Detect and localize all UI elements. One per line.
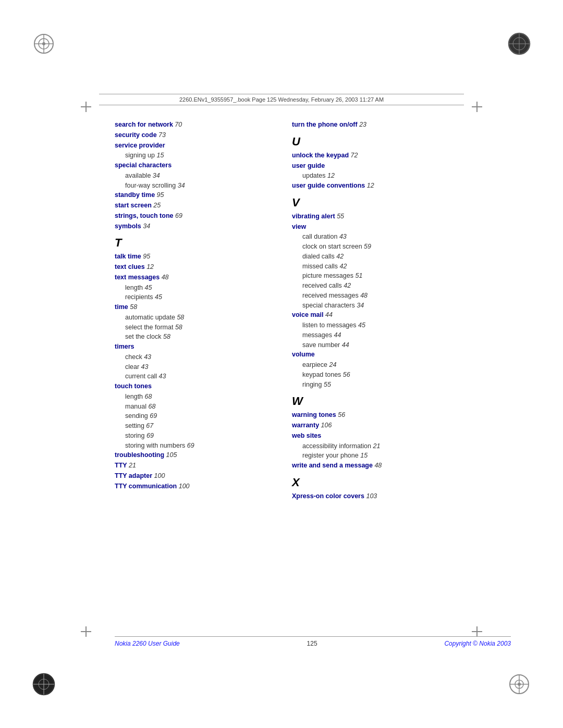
sub-earpiece: earpiece 24 <box>292 360 511 370</box>
entry-text-messages: text messages 48 <box>115 273 261 282</box>
entry-turn-phone-onoff: turn the phone on/off 23 <box>292 120 511 130</box>
sub-set-clock: set the clock 58 <box>115 332 261 342</box>
entry-unlock-keypad: unlock the keypad 72 <box>292 151 511 161</box>
sub-received-calls: received calls 42 <box>292 281 511 291</box>
entry-troubleshooting: troubleshooting 105 <box>115 450 261 460</box>
v-section: V vibrating alert 55 view call duration … <box>292 196 511 390</box>
sub-missed-calls: missed calls 42 <box>292 262 511 272</box>
sub-accessibility-info: accessibility information 21 <box>292 441 511 451</box>
sub-messages: messages 44 <box>292 330 511 340</box>
t-section: T talk time 95 text clues 12 text messag… <box>115 236 261 491</box>
entry-warning-tones: warning tones 56 <box>292 410 511 420</box>
entry-web-sites: web sites <box>292 431 511 441</box>
section-letter-u: U <box>292 135 511 149</box>
entry-vibrating-alert: vibrating alert 55 <box>292 212 511 221</box>
entry-start-screen: start screen 25 <box>115 201 261 211</box>
sub-special-characters-view: special characters 34 <box>292 301 511 311</box>
page: 2260.ENv1_9355957_.book Page 125 Wednesd… <box>0 0 563 728</box>
corner-decoration-tr <box>507 31 532 56</box>
w-section: W warning tones 56 warranty 106 web site… <box>292 394 511 471</box>
entry-special-characters: special characters <box>115 161 261 170</box>
content-area: search for network 70 security code 73 s… <box>115 120 511 624</box>
footer-center: 125 <box>307 640 317 647</box>
footer: Nokia 2260 User Guide 125 Copyright © No… <box>115 636 511 647</box>
entry-time: time 58 <box>115 302 261 312</box>
sub-save-number: save number 44 <box>292 340 511 350</box>
sub-sending: sending 69 <box>115 411 261 421</box>
sub-four-way-scrolling: four-way scrolling 34 <box>115 181 261 191</box>
entry-search-for-network: search for network 70 <box>115 120 261 130</box>
sub-register-phone: register your phone 15 <box>292 451 511 461</box>
entry-symbols: symbols 34 <box>115 221 261 231</box>
entry-security-code: security code 73 <box>115 130 261 140</box>
sub-length-68: length 68 <box>115 392 261 402</box>
crosshair-left-bottom <box>81 626 91 637</box>
sub-current-call: current call 43 <box>115 372 261 381</box>
entry-text-clues: text clues 12 <box>115 262 261 272</box>
sub-setting: setting 67 <box>115 421 261 431</box>
u-section: U unlock the keypad 72 user guide update… <box>292 135 511 191</box>
sub-call-duration: call duration 43 <box>292 232 511 242</box>
corner-decoration-bl <box>31 672 56 697</box>
section-letter-v: V <box>292 196 511 209</box>
svg-point-4 <box>42 42 45 45</box>
sub-clear: clear 43 <box>115 362 261 372</box>
sub-updates: updates 12 <box>292 171 511 181</box>
sub-available: available 34 <box>115 171 261 181</box>
sub-storing-with-numbers: storing with numbers 69 <box>115 441 261 451</box>
entry-standby-time: standby time 95 <box>115 190 261 200</box>
corner-decoration-br <box>507 672 532 697</box>
entry-timers: timers <box>115 342 261 352</box>
sub-check: check 43 <box>115 352 261 362</box>
two-columns: search for network 70 security code 73 s… <box>115 120 511 624</box>
sub-listen-to-messages: listen to messages 45 <box>292 320 511 330</box>
sub-storing: storing 69 <box>115 431 261 441</box>
entry-tty: TTY 21 <box>115 461 261 471</box>
crosshair-right-bottom <box>472 626 482 637</box>
corner-decoration-tl <box>31 31 56 56</box>
entry-tty-adapter: TTY adapter 100 <box>115 471 261 481</box>
sub-keypad-tones: keypad tones 56 <box>292 370 511 380</box>
sub-picture-messages: picture messages 51 <box>292 271 511 281</box>
right-column: turn the phone on/off 23 U unlock the ke… <box>292 120 511 624</box>
entry-tty-communication: TTY communication 100 <box>115 482 261 491</box>
sub-clock-on-start-screen: clock on start screen 59 <box>292 242 511 252</box>
entry-write-and-send: write and send a message 48 <box>292 461 511 471</box>
t-section-right: turn the phone on/off 23 <box>292 120 511 130</box>
left-column: search for network 70 security code 73 s… <box>115 120 261 624</box>
sub-dialed-calls: dialed calls 42 <box>292 252 511 262</box>
sub-ringing: ringing 55 <box>292 380 511 390</box>
entry-user-guide: user guide <box>292 161 511 171</box>
x-section: X Xpress-on color covers 103 <box>292 476 511 501</box>
crosshair-right-top <box>472 102 482 112</box>
footer-left: Nokia 2260 User Guide <box>115 640 180 647</box>
section-letter-w: W <box>292 394 511 408</box>
sub-automatic-update: automatic update 58 <box>115 313 261 323</box>
sub-received-messages: received messages 48 <box>292 291 511 301</box>
sub-recipients: recipients 45 <box>115 292 261 302</box>
entry-xpress-on: Xpress-on color covers 103 <box>292 491 511 501</box>
entry-voice-mail: voice mail 44 <box>292 310 511 320</box>
header-text: 2260.ENv1_9355957_.book Page 125 Wednesd… <box>179 96 384 103</box>
entry-service-provider: service provider <box>115 141 261 151</box>
sub-length-45: length 45 <box>115 283 261 293</box>
crosshair-left-top <box>81 102 91 112</box>
sub-select-format: select the format 58 <box>115 323 261 332</box>
svg-point-17 <box>518 683 521 686</box>
sub-manual: manual 68 <box>115 402 261 412</box>
section-letter-x: X <box>292 476 511 489</box>
entry-volume: volume <box>292 350 511 360</box>
s-section: search for network 70 security code 73 s… <box>115 120 261 231</box>
entry-user-guide-conventions: user guide conventions 12 <box>292 181 511 191</box>
entry-view: view <box>292 222 511 232</box>
footer-right: Copyright © Nokia 2003 <box>444 640 511 647</box>
header-bar: 2260.ENv1_9355957_.book Page 125 Wednesd… <box>99 94 464 105</box>
entry-strings-touch-tone: strings, touch tone 69 <box>115 211 261 221</box>
sub-signing-up: signing up 15 <box>115 151 261 161</box>
entry-talk-time: talk time 95 <box>115 252 261 262</box>
entry-warranty: warranty 106 <box>292 421 511 430</box>
entry-touch-tones: touch tones <box>115 381 261 391</box>
section-letter-t: T <box>115 236 261 250</box>
